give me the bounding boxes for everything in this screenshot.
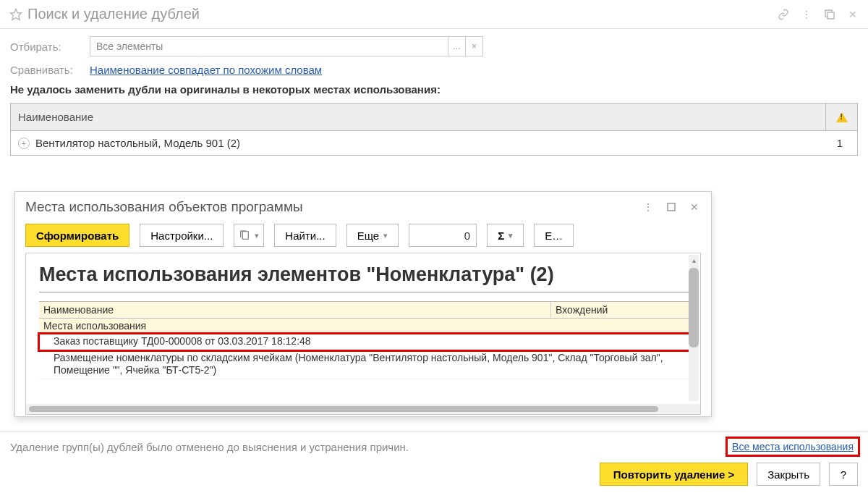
grid-row[interactable]: + Вентилятор настольный, Модель 901 (2) … xyxy=(11,131,857,155)
compare-label: Сравнивать: xyxy=(10,64,90,76)
footer: Удаление групп(ы) дублей было отменено д… xyxy=(0,431,868,493)
report-table: Наименование Вхождений Места использован… xyxy=(39,301,696,379)
filter-label: Отбирать: xyxy=(10,41,90,53)
scroll-thumb-h[interactable] xyxy=(29,406,658,412)
extra-button[interactable]: Е… xyxy=(534,224,574,247)
results-grid: Наименование + Вентилятор настольный, Мо… xyxy=(10,103,858,156)
dialog-close-icon[interactable]: ✕ xyxy=(688,201,701,214)
footer-buttons: Повторить удаление > Закрыть ? xyxy=(10,463,858,486)
report-area: Места использования элементов "Номенклат… xyxy=(25,253,701,415)
window-title: Поиск и удаление дублей xyxy=(27,6,777,22)
maximize-icon[interactable] xyxy=(823,8,836,21)
expand-icon[interactable]: + xyxy=(18,138,30,149)
close-button[interactable]: Закрыть xyxy=(757,463,820,486)
link-icon[interactable] xyxy=(777,8,790,21)
grid-col-warn xyxy=(825,104,857,130)
kebab-icon[interactable]: ⋮ xyxy=(800,8,813,21)
report-subheader: Места использования xyxy=(39,319,696,334)
window-controls: ⋮ ✕ xyxy=(777,8,859,21)
vertical-scrollbar[interactable]: ▴ xyxy=(689,255,699,401)
filter-row: Отбирать: ... × xyxy=(10,36,858,56)
close-icon[interactable]: ✕ xyxy=(846,8,859,21)
report-inner: Места использования элементов "Номенклат… xyxy=(26,253,700,404)
scroll-thumb[interactable] xyxy=(689,268,699,347)
filter-clear-button[interactable]: × xyxy=(465,37,482,56)
usage-dialog: Места использования объектов программы ⋮… xyxy=(14,191,712,417)
report-table-head: Наименование Вхождений xyxy=(39,301,696,319)
all-usages-link[interactable]: Все места использования xyxy=(728,439,858,455)
report-col-name[interactable]: Наименование xyxy=(39,302,551,318)
dialog-title: Места использования объектов программы xyxy=(25,199,642,215)
retry-button[interactable]: Повторить удаление > xyxy=(600,463,748,486)
grid-row-count: 1 xyxy=(825,137,850,149)
report-row-2[interactable]: Размещение номенклатуры по складским яче… xyxy=(39,350,696,379)
scroll-up-icon[interactable]: ▴ xyxy=(689,255,699,265)
dialog-titlebar: Места использования объектов программы ⋮… xyxy=(15,192,711,219)
svg-marker-0 xyxy=(11,9,22,20)
dialog-controls: ⋮ ✕ xyxy=(642,201,701,214)
footer-top: Удаление групп(ы) дублей было отменено д… xyxy=(10,439,858,455)
sigma-button[interactable]: Σ xyxy=(487,224,524,247)
dialog-kebab-icon[interactable]: ⋮ xyxy=(642,201,655,214)
grid-header: Наименование xyxy=(11,104,857,131)
compare-row: Сравнивать: Наименование совпадает по по… xyxy=(10,64,858,76)
report-row-1[interactable]: Заказ поставщику ТД00-000008 от 03.03.20… xyxy=(39,334,696,350)
compare-link[interactable]: Наименование совпадает по похожим словам xyxy=(90,64,322,76)
report-col-count[interactable]: Вхождений xyxy=(551,302,696,318)
warning-icon xyxy=(836,112,848,122)
svg-rect-3 xyxy=(668,203,675,211)
svg-rect-2 xyxy=(827,12,834,19)
dialog-maximize-icon[interactable] xyxy=(665,201,678,214)
settings-button[interactable]: Настройки... xyxy=(140,224,224,247)
report-title: Места использования элементов "Номенклат… xyxy=(39,261,696,292)
form-body: Отбирать: ... × Сравнивать: Наименование… xyxy=(0,29,868,163)
grid-row-text: Вентилятор настольный, Модель 901 (2) xyxy=(35,137,825,149)
grid-col-name[interactable]: Наименование xyxy=(11,104,825,130)
more-button[interactable]: Еще xyxy=(346,224,399,247)
help-button[interactable]: ? xyxy=(829,463,858,486)
titlebar: Поиск и удаление дублей ⋮ ✕ xyxy=(0,0,868,29)
find-button[interactable]: Найти... xyxy=(274,224,336,247)
error-message: Не удалось заменить дубли на оригиналы в… xyxy=(10,83,858,96)
favorite-star-icon[interactable] xyxy=(9,7,23,22)
count-box[interactable]: 0 xyxy=(409,224,477,247)
filter-combo: ... × xyxy=(90,36,483,56)
generate-button[interactable]: Сформировать xyxy=(25,224,129,247)
filter-more-button[interactable]: ... xyxy=(448,37,465,56)
main-window: Поиск и удаление дублей ⋮ ✕ Отбирать: ..… xyxy=(0,0,868,493)
footer-message: Удаление групп(ы) дублей было отменено д… xyxy=(10,441,728,453)
horizontal-scrollbar[interactable] xyxy=(26,404,700,414)
filter-input[interactable] xyxy=(90,41,448,52)
dialog-toolbar: Сформировать Настройки... Найти... Еще 0… xyxy=(15,219,711,253)
svg-rect-4 xyxy=(243,232,249,240)
clipboard-button[interactable] xyxy=(234,224,264,247)
